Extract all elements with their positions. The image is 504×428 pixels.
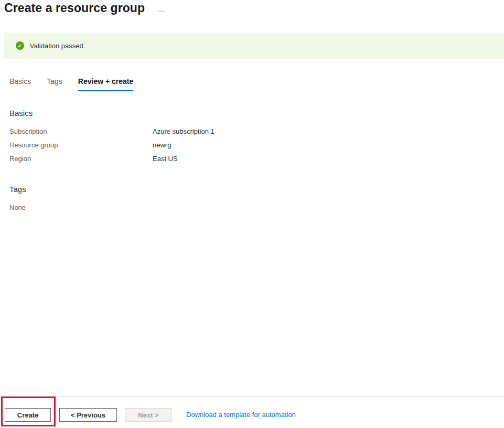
region-value: East US bbox=[153, 155, 178, 163]
tab-review-create[interactable]: Review + create bbox=[78, 77, 133, 91]
region-row: Region East US bbox=[9, 155, 408, 163]
tags-value: None bbox=[9, 204, 408, 211]
resource-group-label: Resource group bbox=[9, 141, 153, 149]
create-button[interactable]: Create bbox=[5, 408, 51, 422]
resource-group-row: Resource group newrg bbox=[9, 141, 408, 149]
next-button: Next > bbox=[125, 408, 172, 422]
previous-button[interactable]: < Previous bbox=[59, 408, 117, 422]
basics-section-heading: Basics bbox=[9, 109, 408, 117]
page-title: Create a resource group bbox=[4, 1, 145, 15]
tab-tags[interactable]: Tags bbox=[47, 77, 62, 91]
success-check-icon: ✓ bbox=[16, 41, 24, 50]
validation-banner: ✓ Validation passed. bbox=[4, 33, 504, 59]
validation-message: Validation passed. bbox=[30, 42, 85, 50]
review-content: Basics Subscription Azure subscription 1… bbox=[9, 109, 408, 211]
subscription-row: Subscription Azure subscription 1 bbox=[9, 127, 408, 136]
subscription-label: Subscription bbox=[9, 127, 153, 136]
page-header: Create a resource group … bbox=[4, 1, 165, 15]
tab-basics[interactable]: Basics bbox=[9, 77, 31, 91]
more-options-icon[interactable]: … bbox=[157, 4, 165, 13]
download-template-link[interactable]: Download a template for automation bbox=[186, 411, 296, 419]
tab-bar: Basics Tags Review + create bbox=[9, 77, 133, 91]
region-label: Region bbox=[9, 155, 153, 163]
tags-section-heading: Tags bbox=[9, 185, 408, 194]
footer-bar: Create < Previous Next > Download a temp… bbox=[0, 396, 504, 428]
subscription-value: Azure subscription 1 bbox=[153, 127, 215, 136]
resource-group-value: newrg bbox=[153, 141, 171, 149]
